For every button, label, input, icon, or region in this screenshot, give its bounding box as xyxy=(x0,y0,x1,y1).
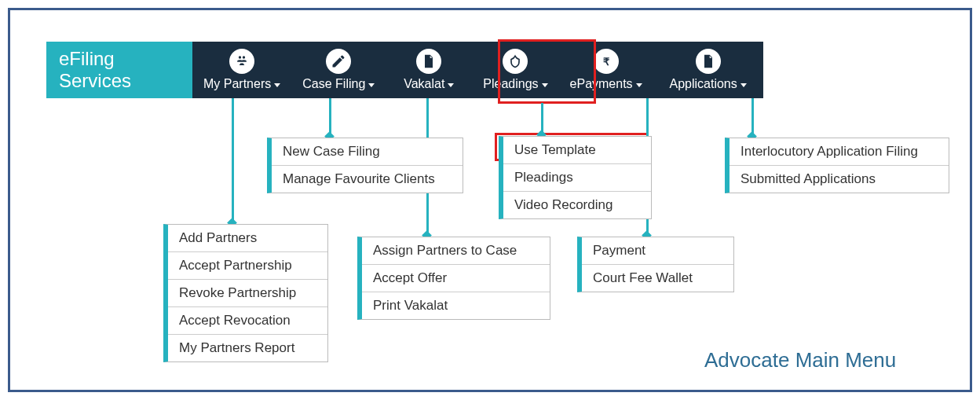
menu-item[interactable]: Manage Favourite Clients xyxy=(272,166,463,193)
menu-item[interactable]: Payment xyxy=(582,237,733,265)
chevron-down-icon xyxy=(274,83,280,87)
hands-icon xyxy=(503,49,528,74)
nav-label: ePayments xyxy=(570,77,633,91)
rupee-icon: ₹ xyxy=(594,49,619,74)
nav-label: My Partners xyxy=(203,77,271,91)
menu-item[interactable]: Add Partners xyxy=(168,225,327,252)
nav-case-filing[interactable]: Case Filing xyxy=(291,42,386,98)
connector xyxy=(232,98,234,222)
chevron-down-icon xyxy=(636,83,642,87)
document-icon xyxy=(416,49,441,74)
svg-text:₹: ₹ xyxy=(603,56,610,68)
chevron-down-icon xyxy=(740,83,747,87)
pencil-icon xyxy=(326,49,351,74)
connector xyxy=(329,98,331,136)
menu-item[interactable]: Assign Partners to Case xyxy=(362,237,550,265)
file-icon xyxy=(696,49,721,74)
brand-title: eFiling Services xyxy=(46,42,192,98)
chevron-down-icon xyxy=(368,83,375,87)
menu-item[interactable]: New Case Filing xyxy=(272,138,463,166)
menu-vakalat: Assign Partners to Case Accept Offer Pri… xyxy=(357,237,550,320)
chevron-down-icon xyxy=(542,83,548,87)
menu-item[interactable]: Video Recording xyxy=(503,192,651,218)
nav-pleadings[interactable]: Pleadings xyxy=(472,42,558,98)
main-navbar: eFiling Services My Partners Case Filing xyxy=(46,42,763,98)
nav-label: Pleadings xyxy=(483,77,538,91)
menu-item[interactable]: Court Fee Wallet xyxy=(582,265,733,292)
menu-item[interactable]: Accept Partnership xyxy=(168,252,327,280)
menu-item-use-template[interactable]: Use Template xyxy=(503,137,651,164)
menu-case-filing: New Case Filing Manage Favourite Clients xyxy=(267,138,463,193)
caption: Advocate Main Menu xyxy=(704,348,896,372)
nav-label: Case Filing xyxy=(302,77,365,91)
menu-pleadings: Use Template Pleadings Video Recording xyxy=(499,136,652,219)
menu-item[interactable]: Accept Revocation xyxy=(168,307,327,335)
menu-item[interactable]: Interlocutory Application Filing xyxy=(730,138,949,166)
nav-my-partners[interactable]: My Partners xyxy=(192,42,291,98)
menu-item[interactable]: Submitted Applications xyxy=(730,166,949,193)
menu-epayments: Payment Court Fee Wallet xyxy=(577,237,734,292)
nav-label: Vakalat xyxy=(404,77,444,91)
connector xyxy=(541,103,543,134)
nav-vakalat[interactable]: Vakalat xyxy=(386,42,472,98)
menu-applications: Interlocutory Application Filing Submitt… xyxy=(725,138,949,193)
partners-icon xyxy=(229,49,254,74)
menu-item[interactable]: Accept Offer xyxy=(362,265,550,292)
connector xyxy=(751,98,754,136)
menu-item[interactable]: Print Vakalat xyxy=(362,292,550,319)
screenshot-frame: eFiling Services My Partners Case Filing xyxy=(8,8,972,392)
menu-my-partners: Add Partners Accept Partnership Revoke P… xyxy=(163,224,328,362)
nav-label: Applications xyxy=(669,77,737,91)
menu-item[interactable]: Pleadings xyxy=(503,164,651,192)
menu-item[interactable]: Revoke Partnership xyxy=(168,280,327,307)
chevron-down-icon xyxy=(448,83,454,87)
nav-epayments[interactable]: ₹ ePayments xyxy=(559,42,653,98)
nav-applications[interactable]: Applications xyxy=(653,42,763,98)
menu-item[interactable]: My Partners Report xyxy=(168,335,327,361)
